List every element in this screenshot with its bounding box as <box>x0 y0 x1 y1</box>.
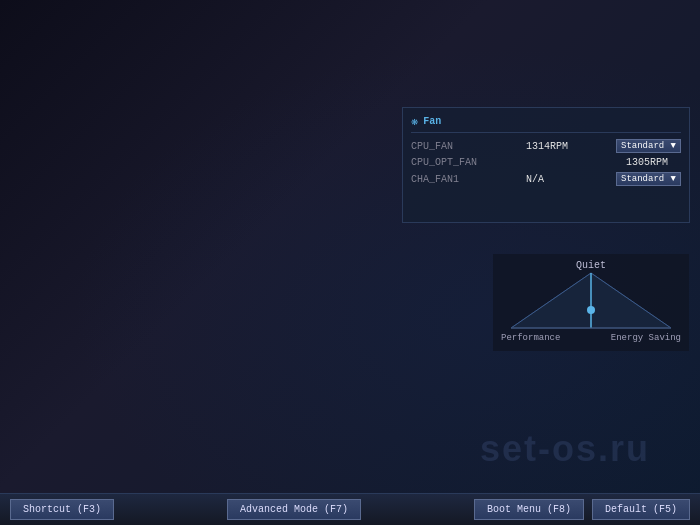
bottom-right-buttons: Boot Menu (F8) Default (F5) <box>474 499 690 520</box>
fan-row: CPU_FAN 1314RPM Standard▼ <box>411 139 681 153</box>
fan-rpm: N/A <box>526 174 581 185</box>
quiet-label: Quiet <box>576 260 606 271</box>
fan-rows: CPU_FAN 1314RPM Standard▼ CPU_OPT_FAN 13… <box>411 139 681 186</box>
bottom-bar: Shortcut (F3) Advanced Mode (F7) Boot Me… <box>0 493 700 525</box>
performance-meter-card: Quiet Performance Energy Saving <box>493 254 689 351</box>
fan-panel: ❋ Fan CPU_FAN 1314RPM Standard▼ CPU_OPT_… <box>402 107 690 223</box>
boot-menu-button[interactable]: Boot Menu (F8) <box>474 499 584 520</box>
fan-row: CPU_OPT_FAN 1305RPM <box>411 157 681 168</box>
performance-meter-svg <box>501 268 681 333</box>
svg-point-3 <box>587 306 595 314</box>
fan-name: CPU_FAN <box>411 141 491 152</box>
shortcut-button[interactable]: Shortcut (F3) <box>10 499 114 520</box>
fan-panel-title: ❋ Fan <box>411 114 681 133</box>
fan-mode-dropdown[interactable]: Standard▼ <box>616 172 681 186</box>
advanced-mode-button[interactable]: Advanced Mode (F7) <box>227 499 361 520</box>
energy-saving-label: Energy Saving <box>611 333 681 343</box>
fan-icon: ❋ <box>411 114 418 129</box>
fan-name: CPU_OPT_FAN <box>411 157 491 168</box>
fan-mode-dropdown[interactable]: Standard▼ <box>616 139 681 153</box>
fan-row: CHA_FAN1 N/A Standard▼ <box>411 172 681 186</box>
fan-name: CHA_FAN1 <box>411 174 491 185</box>
meter-labels: Performance Energy Saving <box>501 333 681 343</box>
performance-label: Performance <box>501 333 560 343</box>
fan-rpm: 1314RPM <box>526 141 581 152</box>
default-button[interactable]: Default (F5) <box>592 499 690 520</box>
fan-rpm: 1305RPM <box>626 157 681 168</box>
